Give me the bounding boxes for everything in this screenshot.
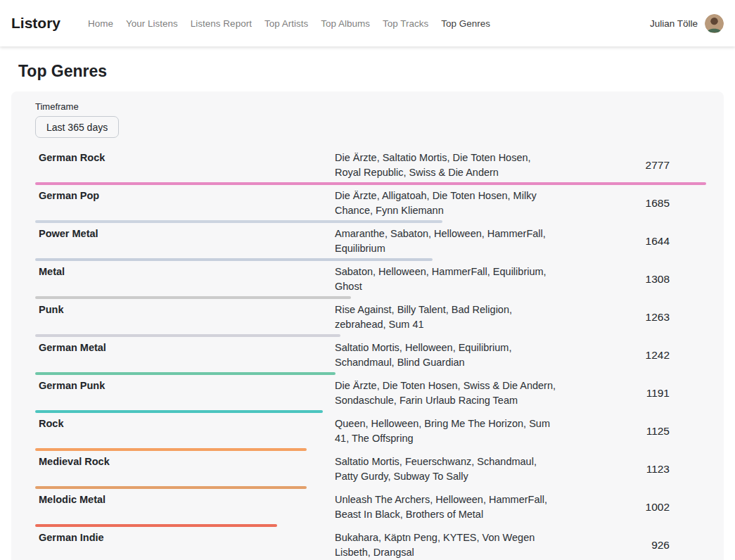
nav-link-top-genres[interactable]: Top Genres	[435, 13, 497, 34]
genre-count: 1685	[558, 189, 706, 218]
user-name[interactable]: Julian Tölle	[650, 18, 698, 29]
genre-row: German Punk Die Ärzte, Die Toten Hosen, …	[35, 375, 706, 413]
genre-row: Rock Queen, Helloween, Bring Me The Hori…	[35, 413, 706, 451]
timeframe-select[interactable]: Last 365 days	[35, 116, 119, 138]
user-menu: Julian Tölle	[650, 14, 724, 33]
genre-artists: Die Ärzte, Die Toten Hosen, Swiss & Die …	[335, 378, 558, 408]
genre-name: German Metal	[35, 341, 335, 370]
genre-table: German Rock Die Ärzte, Saltatio Mortis, …	[35, 147, 706, 560]
genre-artists: Unleash The Archers, Helloween, HammerFa…	[335, 492, 558, 522]
genre-name: Melodic Metal	[35, 492, 335, 522]
nav-link-top-tracks[interactable]: Top Tracks	[376, 13, 435, 34]
genre-count: 1644	[558, 227, 706, 256]
genre-artists: Queen, Helloween, Bring Me The Horizon, …	[335, 416, 558, 446]
genre-artists: Rise Against, Billy Talent, Bad Religion…	[335, 303, 558, 332]
genre-count: 1242	[558, 341, 706, 370]
genre-artists: Sabaton, Helloween, HammerFall, Equilibr…	[335, 265, 558, 294]
main-content: Top Genres Timeframe Last 365 days Germa…	[0, 62, 735, 560]
genre-count: 1191	[558, 378, 706, 408]
genre-count: 1123	[558, 454, 706, 484]
genre-artists: Amaranthe, Sabaton, Helloween, HammerFal…	[335, 227, 558, 256]
genre-row: German Pop Die Ärzte, Alligatoah, Die To…	[35, 185, 706, 223]
user-avatar-image	[705, 14, 724, 33]
timeframe-label: Timeframe	[35, 101, 706, 112]
user-avatar[interactable]	[705, 14, 724, 33]
timeframe-section: Timeframe Last 365 days	[35, 101, 706, 147]
genre-row: Punk Rise Against, Billy Talent, Bad Rel…	[35, 299, 706, 337]
genre-count: 1263	[558, 303, 706, 332]
genre-row: German Indie Bukahara, Käptn Peng, KYTES…	[35, 527, 706, 560]
genre-name: Medieval Rock	[35, 454, 335, 484]
genre-name: German Indie	[35, 530, 335, 560]
genre-row: Medieval Rock Saltatio Mortis, Feuerschw…	[35, 451, 706, 489]
genre-name: German Rock	[35, 151, 335, 180]
genre-name: German Pop	[35, 189, 335, 218]
genre-row: Power Metal Amaranthe, Sabaton, Hellowee…	[35, 223, 706, 261]
navbar: Listory HomeYour ListensListens ReportTo…	[0, 0, 735, 46]
genre-row: German Metal Saltatio Mortis, Helloween,…	[35, 337, 706, 375]
genre-name: Punk	[35, 303, 335, 332]
genre-count: 1125	[558, 416, 706, 446]
nav-link-top-albums[interactable]: Top Albums	[314, 13, 376, 34]
nav-links: HomeYour ListensListens ReportTop Artist…	[82, 13, 497, 34]
genre-row: Melodic Metal Unleash The Archers, Hello…	[35, 489, 706, 527]
genre-name: Metal	[35, 265, 335, 294]
genre-artists: Saltatio Mortis, Helloween, Equilibrium,…	[335, 341, 558, 370]
genre-count: 926	[558, 530, 706, 560]
genre-artists: Saltatio Mortis, Feuerschwanz, Schandmau…	[335, 454, 558, 484]
nav-link-listens-report[interactable]: Listens Report	[184, 13, 258, 34]
genre-name: Rock	[35, 416, 335, 446]
genre-count: 1002	[558, 492, 706, 522]
genre-artists: Bukahara, Käptn Peng, KYTES, Von Wegen L…	[335, 530, 558, 560]
genre-row: Metal Sabaton, Helloween, HammerFall, Eq…	[35, 261, 706, 299]
genre-count: 2777	[558, 151, 706, 180]
genre-name: German Punk	[35, 378, 335, 408]
genre-artists: Die Ärzte, Saltatio Mortis, Die Toten Ho…	[335, 151, 558, 180]
page-title: Top Genres	[18, 62, 724, 81]
nav-link-top-artists[interactable]: Top Artists	[258, 13, 314, 34]
genre-name: Power Metal	[35, 227, 335, 256]
brand-logo[interactable]: Listory	[11, 15, 60, 32]
nav-link-home[interactable]: Home	[82, 13, 120, 34]
top-genres-card: Timeframe Last 365 days German Rock Die …	[11, 91, 724, 560]
nav-link-your-listens[interactable]: Your Listens	[120, 13, 184, 34]
genre-artists: Die Ärzte, Alligatoah, Die Toten Hosen, …	[335, 189, 558, 218]
genre-count: 1308	[558, 265, 706, 294]
genre-row: German Rock Die Ärzte, Saltatio Mortis, …	[35, 147, 706, 185]
